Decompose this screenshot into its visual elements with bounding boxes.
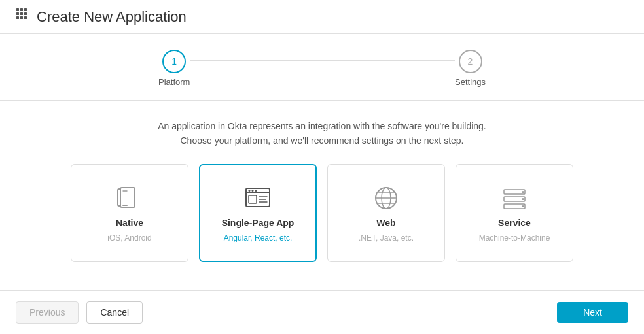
stepper: 1 Platform 2 Settings bbox=[158, 50, 486, 87]
svg-rect-7 bbox=[20, 16, 23, 19]
previous-button[interactable]: Previous bbox=[16, 301, 79, 324]
svg-point-30 bbox=[522, 191, 524, 193]
svg-point-20 bbox=[252, 190, 254, 192]
svg-rect-2 bbox=[24, 8, 27, 11]
native-icon bbox=[115, 184, 144, 212]
grid-icon bbox=[16, 8, 30, 25]
description-line1: An application in Okta represents an int… bbox=[0, 119, 644, 133]
platform-cards: Native iOS, Android Single-Page App Angu… bbox=[0, 164, 644, 262]
service-icon bbox=[500, 184, 529, 212]
cancel-button[interactable]: Cancel bbox=[86, 301, 143, 324]
svg-rect-6 bbox=[16, 16, 19, 19]
web-icon bbox=[372, 184, 401, 212]
platform-card-spa[interactable]: Single-Page App Angular, React, etc. bbox=[199, 164, 317, 262]
spa-card-title: Single-Page App bbox=[222, 218, 295, 228]
stepper-line bbox=[190, 60, 455, 61]
web-card-subtitle: .NET, Java, etc. bbox=[359, 233, 414, 242]
footer-left-buttons: Previous Cancel bbox=[16, 301, 143, 324]
native-card-subtitle: iOS, Android bbox=[107, 233, 151, 242]
spa-icon bbox=[243, 184, 272, 212]
svg-rect-3 bbox=[16, 12, 19, 15]
svg-rect-15 bbox=[249, 195, 257, 203]
next-button[interactable]: Next bbox=[557, 302, 628, 323]
svg-rect-1 bbox=[20, 8, 23, 11]
platform-card-service[interactable]: Service Machine-to-Machine bbox=[456, 164, 573, 262]
svg-rect-8 bbox=[24, 16, 27, 19]
page-header: Create New Application bbox=[0, 0, 644, 34]
service-card-subtitle: Machine-to-Machine bbox=[479, 233, 550, 242]
svg-point-21 bbox=[255, 190, 257, 192]
svg-rect-0 bbox=[16, 8, 19, 11]
step-platform: 1 Platform bbox=[158, 50, 190, 87]
web-card-title: Web bbox=[376, 218, 395, 228]
stepper-section: 1 Platform 2 Settings bbox=[0, 34, 644, 101]
native-card-title: Native bbox=[116, 218, 143, 228]
page-footer: Previous Cancel Next bbox=[0, 290, 644, 334]
step-1-circle: 1 bbox=[162, 50, 186, 73]
description-section: An application in Okta represents an int… bbox=[0, 101, 644, 164]
spa-card-subtitle: Angular, React, etc. bbox=[224, 233, 293, 242]
svg-point-31 bbox=[522, 198, 524, 200]
svg-rect-29 bbox=[504, 204, 525, 209]
svg-rect-5 bbox=[24, 12, 27, 15]
platform-card-web[interactable]: Web .NET, Java, etc. bbox=[327, 164, 445, 262]
svg-point-32 bbox=[522, 205, 524, 207]
description-line2: Choose your platform, and we'll recommen… bbox=[0, 133, 644, 148]
step-settings: 2 Settings bbox=[455, 50, 486, 87]
step-1-label: Platform bbox=[158, 77, 190, 87]
platform-card-native[interactable]: Native iOS, Android bbox=[71, 164, 188, 262]
page-title: Create New Application bbox=[37, 8, 187, 25]
svg-rect-10 bbox=[120, 188, 135, 207]
step-2-circle: 2 bbox=[459, 50, 482, 73]
svg-rect-4 bbox=[20, 12, 23, 15]
service-card-title: Service bbox=[498, 218, 531, 228]
step-2-label: Settings bbox=[455, 77, 486, 87]
svg-rect-28 bbox=[504, 197, 525, 201]
svg-point-19 bbox=[249, 190, 251, 192]
svg-rect-27 bbox=[504, 190, 525, 194]
